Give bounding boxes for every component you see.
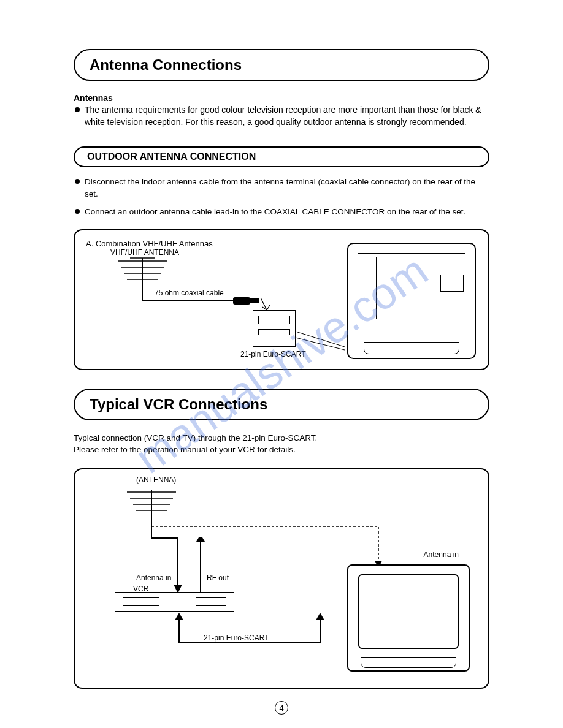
title-text: Typical VCR Connections [90, 396, 473, 413]
antenna-label: (ANTENNA) [136, 476, 176, 484]
outdoor-bullets: Disconnect the indoor antenna cable from… [74, 176, 489, 218]
antennas-paragraph-row: The antenna requirements for good colour… [74, 104, 489, 128]
scart-label: 21-pin Euro-SCART [204, 634, 269, 642]
page-number: 4 [275, 701, 288, 715]
bullet-text: Connect an outdoor antenna cable lead-in… [85, 206, 465, 218]
bullet-icon [75, 107, 80, 112]
arrow-icon [258, 298, 276, 316]
intro-line2: Please refer to the operation manual of … [74, 445, 296, 454]
outdoor-antenna-heading: OUTDOOR ANTENNA CONNECTION [74, 146, 489, 167]
bullet-row: Disconnect the indoor antenna cable from… [74, 176, 489, 201]
tv-rear-illustration [347, 243, 476, 359]
dashed-line-icon [151, 521, 397, 571]
bullet-icon [75, 209, 80, 214]
intro-line1: Typical connection (VCR and TV) through … [74, 433, 317, 442]
line-icon [150, 526, 187, 599]
antennas-paragraph: The antenna requirements for good colour… [85, 104, 489, 128]
section-title-antenna: Antenna Connections [74, 49, 489, 81]
scart-cable-icon [173, 612, 332, 654]
bullet-text: Disconnect the indoor antenna cable from… [85, 176, 489, 201]
antennas-subheading: Antennas [74, 93, 489, 103]
svg-marker-15 [196, 537, 205, 542]
svg-marker-16 [175, 613, 183, 620]
svg-marker-17 [316, 613, 324, 620]
section-title-vcr: Typical VCR Connections [74, 389, 489, 420]
antenna-in-tv-label: Antenna in [424, 550, 459, 559]
rf-out-label: RF out [207, 574, 229, 582]
subtitle-text: OUTDOOR ANTENNA CONNECTION [87, 151, 476, 162]
tv-front-illustration [347, 564, 470, 672]
line-icon [194, 537, 219, 598]
svg-rect-6 [233, 297, 250, 305]
antenna-in-label: Antenna in [136, 574, 171, 582]
figure-antenna-connection: A. Combination VHF/UHF Antennas VHF/UHF … [74, 229, 489, 370]
vcr-illustration [115, 592, 234, 612]
vcr-intro: Typical connection (VCR and TV) through … [74, 433, 489, 456]
cable-label: 75 ohm coaxial cable [155, 289, 224, 297]
title-text: Antenna Connections [90, 56, 473, 74]
bullet-icon [75, 179, 80, 184]
bullet-row: Connect an outdoor antenna cable lead-in… [74, 206, 489, 218]
figure-vcr-connection: (ANTENNA) Antenna in RF out Antenna in (… [74, 468, 489, 689]
